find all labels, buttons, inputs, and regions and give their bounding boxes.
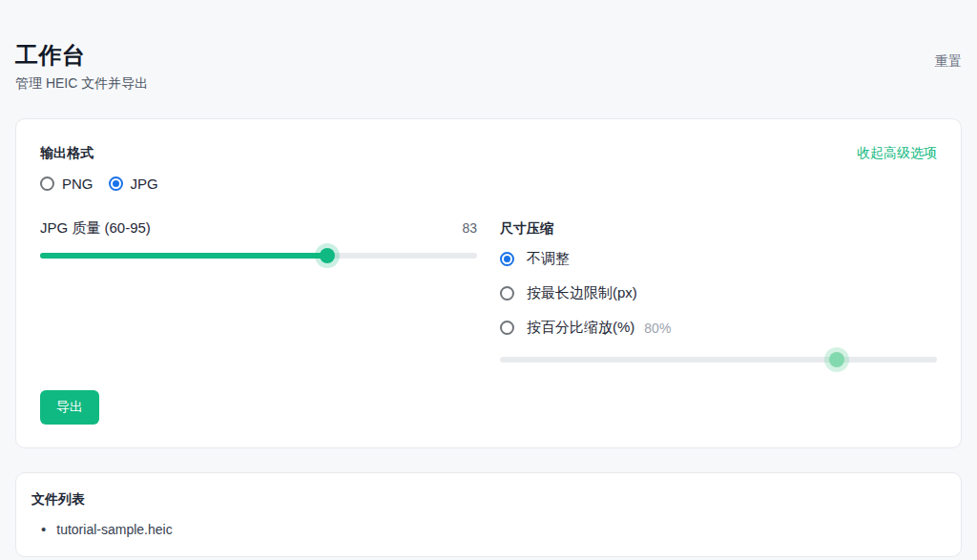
bullet-icon: •: [41, 521, 46, 537]
reset-button[interactable]: 重置: [935, 53, 962, 71]
output-format-options: PNGJPG: [40, 176, 937, 192]
file-list-item: •tutorial-sample.heic: [31, 521, 946, 537]
radio-unselected-icon[interactable]: [40, 176, 54, 191]
size-compression-options: 不调整按最长边限制(px)按百分比缩放(%)80%: [500, 250, 937, 337]
size-compression-option-label: 不调整: [527, 250, 570, 268]
page-header-text: 工作台 管理 HEIC 文件并导出: [15, 40, 148, 93]
size-compression-option[interactable]: 按百分比缩放(%)80%: [500, 319, 937, 337]
radio-selected-icon[interactable]: [500, 252, 514, 266]
output-format-option[interactable]: PNG: [40, 176, 94, 192]
advanced-toggle-link[interactable]: 收起高级选项: [857, 145, 937, 162]
percent-scale-slider[interactable]: [500, 352, 937, 367]
page-title: 工作台: [15, 40, 148, 71]
percent-scale-slider-thumb[interactable]: [829, 352, 844, 367]
output-format-label: 输出格式: [40, 145, 94, 162]
output-format-option-label: JPG: [131, 176, 158, 192]
output-format-option[interactable]: JPG: [109, 176, 158, 192]
radio-unselected-icon[interactable]: [500, 321, 514, 335]
jpg-quality-label: JPG 质量 (60-95): [40, 219, 151, 238]
jpg-quality-row: JPG 质量 (60-95) 83: [40, 219, 477, 238]
file-list: •tutorial-sample.heic: [31, 521, 946, 537]
output-format-option-label: PNG: [62, 176, 94, 192]
size-compression-option[interactable]: 不调整: [500, 250, 937, 268]
jpg-quality-value: 83: [462, 220, 477, 236]
file-list-card: 文件列表 •tutorial-sample.heic: [15, 472, 962, 557]
settings-grid: JPG 质量 (60-95) 83 尺寸压缩 不调整按最长边限制(px)按百分比…: [40, 219, 937, 367]
size-compression-label: 尺寸压缩: [500, 220, 553, 236]
radio-unselected-icon[interactable]: [500, 286, 514, 301]
radio-selected-icon[interactable]: [109, 176, 123, 191]
jpg-quality-column: JPG 质量 (60-95) 83: [40, 219, 477, 367]
file-name: tutorial-sample.heic: [56, 522, 172, 537]
export-button[interactable]: 导出: [40, 390, 99, 425]
size-compression-option-value: 80%: [644, 321, 671, 336]
page: 工作台 管理 HEIC 文件并导出 重置 输出格式 收起高级选项 PNGJPG …: [0, 0, 977, 557]
settings-card-header: 输出格式 收起高级选项: [40, 145, 937, 162]
size-compression-option[interactable]: 按最长边限制(px): [500, 284, 937, 302]
page-header: 工作台 管理 HEIC 文件并导出 重置: [15, 40, 962, 93]
size-compression-option-label: 按最长边限制(px): [527, 284, 637, 302]
jpg-quality-slider-fill: [40, 253, 327, 259]
size-compression-column: 尺寸压缩 不调整按最长边限制(px)按百分比缩放(%)80%: [500, 219, 937, 367]
percent-scale-slider-track: [500, 357, 937, 363]
page-subtitle: 管理 HEIC 文件并导出: [15, 75, 148, 93]
file-list-title: 文件列表: [31, 491, 946, 508]
settings-card: 输出格式 收起高级选项 PNGJPG JPG 质量 (60-95) 83 尺寸压…: [15, 118, 962, 448]
jpg-quality-slider[interactable]: [40, 248, 477, 263]
jpg-quality-slider-thumb[interactable]: [320, 248, 335, 263]
size-compression-option-label: 按百分比缩放(%): [527, 319, 634, 337]
